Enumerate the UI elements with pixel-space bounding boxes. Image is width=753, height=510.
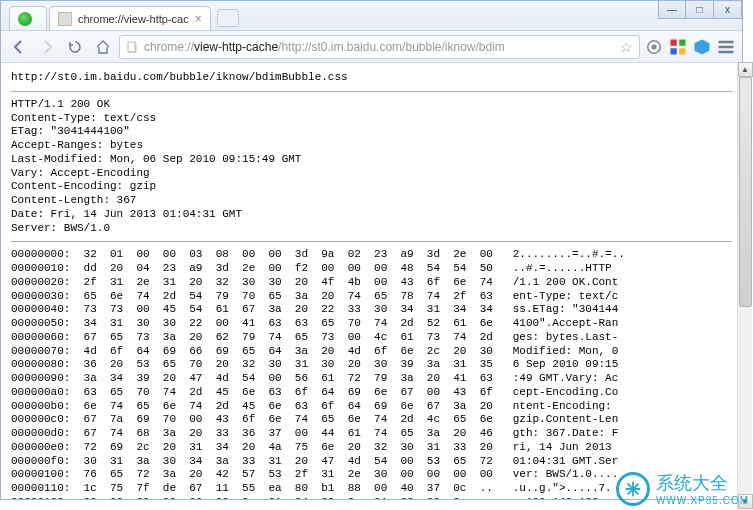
header-line: HTTP/1.1 200 OK — [11, 98, 732, 112]
header-line: Server: BWS/1.0 — [11, 222, 732, 236]
watermark-sub: WWW.XP85.COM — [656, 495, 749, 506]
window-controls: — □ x — [658, 1, 742, 19]
svg-rect-6 — [679, 48, 685, 54]
hex-row: 000000f0: 30 31 3a 30 34 3a 33 31 20 47 … — [11, 455, 732, 469]
bookmark-star-icon[interactable]: ☆ — [620, 39, 633, 55]
scroll-thumb[interactable] — [739, 77, 752, 307]
back-button[interactable] — [7, 35, 31, 59]
ext-icon-3[interactable] — [692, 37, 712, 57]
divider — [11, 241, 732, 242]
header-line: Content-Type: text/css — [11, 112, 732, 126]
hex-dump: 00000000: 32 01 00 00 03 08 00 00 3d 9a … — [11, 248, 732, 499]
hex-row: 00000050: 34 31 30 30 22 00 41 63 63 65 … — [11, 317, 732, 331]
hex-row: 000000a0: 63 65 70 74 2d 45 6e 63 6f 64 … — [11, 386, 732, 400]
svg-rect-9 — [719, 50, 734, 53]
header-line: Vary: Accept-Encoding — [11, 167, 732, 181]
hex-row: 00000030: 65 6e 74 2d 54 79 70 65 3a 20 … — [11, 290, 732, 304]
svg-point-2 — [652, 44, 657, 49]
header-line: Content-Encoding: gzip — [11, 180, 732, 194]
url-scheme: chrome:// — [144, 40, 194, 54]
home-button[interactable] — [91, 35, 115, 59]
svg-rect-8 — [719, 45, 734, 48]
hex-row: 000000e0: 72 69 2c 20 31 34 20 4a 75 6e … — [11, 441, 732, 455]
new-tab-button[interactable] — [217, 9, 239, 27]
hex-row: 00000060: 67 65 73 3a 20 62 79 74 65 73 … — [11, 331, 732, 345]
home-icon — [95, 39, 111, 55]
forward-icon — [39, 39, 55, 55]
hex-row: 00000080: 36 20 53 65 70 20 32 30 31 30 … — [11, 358, 732, 372]
resource-url: http://st0.im.baidu.com/bubble/iknow/bdi… — [11, 71, 732, 85]
hex-row: 000000d0: 67 74 68 3a 20 33 36 37 00 44 … — [11, 427, 732, 441]
divider — [11, 91, 732, 92]
vertical-scrollbar[interactable]: ▲ ▼ — [737, 62, 752, 509]
menu-icon — [716, 37, 736, 57]
tab-close-icon[interactable]: × — [195, 13, 202, 25]
minimize-button[interactable]: — — [658, 1, 686, 19]
svg-rect-7 — [719, 40, 734, 43]
forward-button[interactable] — [35, 35, 59, 59]
header-line: Date: Fri, 14 Jun 2013 01:04:31 GMT — [11, 208, 732, 222]
svg-rect-3 — [671, 39, 677, 45]
hex-row: 00000020: 2f 31 2e 31 20 32 30 30 20 4f … — [11, 276, 732, 290]
header-line: Last-Modified: Mon, 06 Sep 2010 09:15:49… — [11, 153, 732, 167]
reload-icon — [67, 39, 83, 55]
watermark-icon — [616, 472, 650, 506]
toolbar: chrome:// view-http-cache /http://st0.im… — [1, 31, 742, 63]
reload-button[interactable] — [63, 35, 87, 59]
menu-button[interactable] — [716, 37, 736, 57]
ext-icon-1[interactable] — [644, 37, 664, 57]
hex-row: 000000b0: 6e 74 65 6e 74 2d 45 6e 63 6f … — [11, 400, 732, 414]
titlebar: chrome://view-http-cac × — □ x — [1, 1, 742, 31]
tab-label: chrome://view-http-cac — [78, 13, 189, 25]
tab-0[interactable] — [9, 6, 47, 30]
hex-row: 000000c0: 67 7a 69 70 00 43 6f 6e 74 65 … — [11, 413, 732, 427]
watermark-title: 系统大全 — [656, 471, 749, 495]
svg-rect-5 — [671, 48, 677, 54]
ext-icon-2[interactable] — [668, 37, 688, 57]
svg-rect-4 — [679, 39, 685, 45]
scroll-track[interactable] — [738, 77, 753, 494]
hex-row: 00000000: 32 01 00 00 03 08 00 00 3d 9a … — [11, 248, 732, 262]
favicon-grey — [58, 12, 72, 26]
page-icon — [126, 41, 138, 53]
omnibox[interactable]: chrome:// view-http-cache /http://st0.im… — [119, 35, 640, 59]
header-line: Content-Length: 367 — [11, 194, 732, 208]
page-content: http://st0.im.baidu.com/bubble/iknow/bdi… — [1, 63, 742, 499]
watermark: 系统大全 WWW.XP85.COM — [616, 471, 749, 506]
tab-1[interactable]: chrome://view-http-cac × — [49, 6, 211, 30]
url-host: view-http-cache — [194, 40, 278, 54]
browser-window: chrome://view-http-cac × — □ x chrome://… — [0, 0, 743, 500]
response-headers: HTTP/1.1 200 OKContent-Type: text/cssETa… — [11, 98, 732, 236]
hex-row: 00000070: 4d 6f 64 69 66 69 65 64 3a 20 … — [11, 345, 732, 359]
back-icon — [11, 39, 27, 55]
favicon-green — [18, 12, 32, 26]
hex-row: 00000010: dd 20 04 23 a9 3d 2e 00 f2 00 … — [11, 262, 732, 276]
url-path: /http://st0.im.baidu.com/bubble/iknow/bd… — [278, 40, 505, 54]
header-line: ETag: "3041444100" — [11, 125, 732, 139]
scroll-up-button[interactable]: ▲ — [738, 62, 753, 77]
header-line: Accept-Ranges: bytes — [11, 139, 732, 153]
hex-row: 00000090: 3a 34 39 20 47 4d 54 00 56 61 … — [11, 372, 732, 386]
maximize-button[interactable]: □ — [686, 1, 714, 19]
svg-rect-0 — [128, 42, 135, 52]
hex-row: 00000040: 73 73 00 45 54 61 67 3a 20 22 … — [11, 303, 732, 317]
close-button[interactable]: x — [714, 1, 742, 19]
